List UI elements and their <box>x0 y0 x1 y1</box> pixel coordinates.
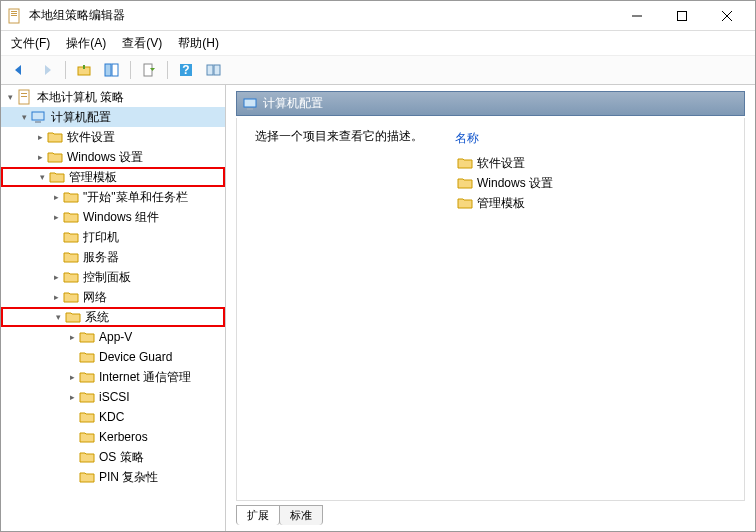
window-title: 本地组策略编辑器 <box>29 7 614 24</box>
tree-appv[interactable]: ▸ App-V <box>1 327 225 347</box>
menu-view[interactable]: 查看(V) <box>114 33 170 54</box>
content-pane: 计算机配置 选择一个项目来查看它的描述。 名称 软件设置 Windows 设置 … <box>226 85 755 531</box>
tree-system[interactable]: ▾ 系统 <box>1 307 225 327</box>
folder-icon <box>457 155 473 171</box>
chevron-right-icon[interactable]: ▸ <box>49 210 63 224</box>
menu-help[interactable]: 帮助(H) <box>170 33 227 54</box>
computer-icon <box>31 109 47 125</box>
chevron-right-icon[interactable]: ▸ <box>33 130 47 144</box>
tree-windows-settings[interactable]: ▸ Windows 设置 <box>1 147 225 167</box>
tree-kdc[interactable]: KDC <box>1 407 225 427</box>
tree-label: 网络 <box>83 289 107 306</box>
tree-pane[interactable]: ▾ 本地计算机 策略 ▾ 计算机配置 ▸ 软件设置 <box>1 85 226 531</box>
chevron-right-icon[interactable]: ▸ <box>49 270 63 284</box>
content-path-text: 计算机配置 <box>263 95 323 112</box>
menu-bar: 文件(F) 操作(A) 查看(V) 帮助(H) <box>1 31 755 55</box>
list-item-label: Windows 设置 <box>477 175 553 192</box>
tree-computer-config[interactable]: ▾ 计算机配置 <box>1 107 225 127</box>
tree-label: 打印机 <box>83 229 119 246</box>
column-name[interactable]: 名称 <box>455 128 726 153</box>
svg-rect-1 <box>11 11 17 12</box>
tree-kerberos[interactable]: Kerberos <box>1 427 225 447</box>
tree-os-policy[interactable]: OS 策略 <box>1 447 225 467</box>
menu-action[interactable]: 操作(A) <box>58 33 114 54</box>
tree-label: "开始"菜单和任务栏 <box>83 189 188 206</box>
expander-none <box>65 350 79 364</box>
chevron-right-icon[interactable]: ▸ <box>49 190 63 204</box>
content-path-header: 计算机配置 <box>236 91 745 116</box>
chevron-right-icon[interactable]: ▸ <box>65 370 79 384</box>
tree-printers[interactable]: 打印机 <box>1 227 225 247</box>
filter-button[interactable] <box>202 58 226 82</box>
chevron-right-icon[interactable]: ▸ <box>33 150 47 164</box>
tree-root[interactable]: ▾ 本地计算机 策略 <box>1 87 225 107</box>
tree-windows-components[interactable]: ▸ Windows 组件 <box>1 207 225 227</box>
folder-icon <box>63 269 79 285</box>
export-button[interactable] <box>137 58 161 82</box>
chevron-right-icon[interactable]: ▸ <box>49 290 63 304</box>
folder-icon <box>63 249 79 265</box>
close-button[interactable] <box>704 1 749 31</box>
up-button[interactable] <box>72 58 96 82</box>
tab-standard[interactable]: 标准 <box>279 505 323 525</box>
tree-label: 系统 <box>85 309 109 326</box>
app-icon <box>7 8 23 24</box>
tree-servers[interactable]: 服务器 <box>1 247 225 267</box>
tree-network[interactable]: ▸ 网络 <box>1 287 225 307</box>
tree-device-guard[interactable]: Device Guard <box>1 347 225 367</box>
content-detail: 选择一个项目来查看它的描述。 名称 软件设置 Windows 设置 管理模板 <box>236 118 745 501</box>
svg-rect-3 <box>11 15 17 16</box>
list-panel: 名称 软件设置 Windows 设置 管理模板 <box>449 122 732 496</box>
svg-rect-5 <box>677 11 686 20</box>
toolbar-separator <box>167 61 168 79</box>
tree-pin-complexity[interactable]: PIN 复杂性 <box>1 467 225 487</box>
tree-label: iSCSI <box>99 390 130 404</box>
chevron-down-icon[interactable]: ▾ <box>35 170 49 184</box>
tree-iscsi[interactable]: ▸ iSCSI <box>1 387 225 407</box>
svg-rect-19 <box>32 112 44 120</box>
expander-none <box>65 470 79 484</box>
minimize-button[interactable] <box>614 1 659 31</box>
svg-rect-17 <box>21 93 27 94</box>
tree-label: Internet 通信管理 <box>99 369 191 386</box>
expander-none <box>49 250 63 264</box>
tab-extended[interactable]: 扩展 <box>236 505 280 525</box>
tree-software-settings[interactable]: ▸ 软件设置 <box>1 127 225 147</box>
tree-internet-comm[interactable]: ▸ Internet 通信管理 <box>1 367 225 387</box>
description-panel: 选择一个项目来查看它的描述。 <box>249 122 449 496</box>
tree-admin-templates[interactable]: ▾ 管理模板 <box>1 167 225 187</box>
folder-icon <box>47 149 63 165</box>
maximize-button[interactable] <box>659 1 704 31</box>
chevron-down-icon[interactable]: ▾ <box>3 90 17 104</box>
list-item[interactable]: 软件设置 <box>455 153 726 173</box>
chevron-down-icon[interactable]: ▾ <box>17 110 31 124</box>
show-hide-button[interactable] <box>100 58 124 82</box>
tree-start-taskbar[interactable]: ▸ "开始"菜单和任务栏 <box>1 187 225 207</box>
menu-file[interactable]: 文件(F) <box>3 33 58 54</box>
forward-button[interactable] <box>35 58 59 82</box>
list-item[interactable]: 管理模板 <box>455 193 726 213</box>
folder-icon <box>63 229 79 245</box>
tree-label: KDC <box>99 410 124 424</box>
svg-rect-15 <box>214 65 220 75</box>
back-button[interactable] <box>7 58 31 82</box>
svg-rect-22 <box>247 108 253 110</box>
tree-control-panel[interactable]: ▸ 控制面板 <box>1 267 225 287</box>
folder-icon <box>79 429 95 445</box>
tree-label: App-V <box>99 330 132 344</box>
folder-icon <box>79 329 95 345</box>
expander-none <box>65 450 79 464</box>
tree-label: Device Guard <box>99 350 172 364</box>
chevron-down-icon[interactable]: ▾ <box>51 310 65 324</box>
list-item[interactable]: Windows 设置 <box>455 173 726 193</box>
tree-label: 软件设置 <box>67 129 115 146</box>
document-icon <box>17 89 33 105</box>
computer-icon <box>243 96 259 112</box>
chevron-right-icon[interactable]: ▸ <box>65 330 79 344</box>
expander-none <box>65 410 79 424</box>
chevron-right-icon[interactable]: ▸ <box>65 390 79 404</box>
help-button[interactable]: ? <box>174 58 198 82</box>
svg-rect-2 <box>11 13 17 14</box>
tree-label: Windows 设置 <box>67 149 143 166</box>
svg-text:?: ? <box>182 63 189 77</box>
